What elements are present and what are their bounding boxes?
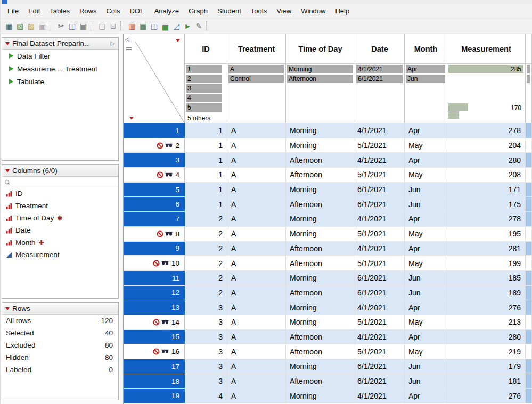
collapse-panels-icon[interactable]: ◁ bbox=[125, 36, 129, 42]
cell-measurement[interactable]: 208 bbox=[447, 168, 526, 182]
menu-student[interactable]: Student bbox=[212, 5, 246, 17]
column-header-treatment[interactable]: Treatment bbox=[227, 34, 286, 63]
menu-cols[interactable]: Cols bbox=[101, 5, 125, 17]
summary-icon[interactable]: ▥ bbox=[126, 20, 137, 32]
red-triangle-icon[interactable] bbox=[5, 169, 10, 172]
cell-measurement[interactable]: 213 bbox=[447, 315, 526, 329]
cell-time-of-day[interactable]: Morning bbox=[286, 359, 355, 374]
column-list-item-treatment[interactable]: Treatment bbox=[2, 200, 118, 212]
column-list-item-measurement[interactable]: Measurement bbox=[2, 249, 118, 261]
cell-date[interactable]: 5/1/2021 bbox=[355, 344, 405, 359]
filter-id-others[interactable]: 5 others bbox=[185, 113, 227, 122]
row-number-cell[interactable]: 12 bbox=[124, 286, 185, 300]
save-icon[interactable]: ▣ bbox=[37, 20, 48, 32]
new-data-table-icon[interactable]: ▦ bbox=[3, 20, 14, 32]
cell-date[interactable]: 4/1/2021 bbox=[355, 389, 405, 403]
cell-next-column[interactable] bbox=[526, 374, 532, 389]
rows-menu-button[interactable] bbox=[127, 114, 135, 121]
report-item[interactable]: Measureme.... Treatment bbox=[2, 62, 118, 75]
cell-id[interactable]: 2 bbox=[185, 256, 227, 270]
cell-time-of-day[interactable]: Afternoon bbox=[286, 256, 355, 270]
filter-value-bar[interactable]: Control bbox=[228, 75, 284, 83]
cell-treatment[interactable]: A bbox=[227, 300, 286, 315]
cell-date[interactable]: 6/1/2021 bbox=[355, 359, 405, 374]
column-header-date[interactable]: Date bbox=[355, 34, 405, 63]
row-number-cell[interactable]: 3 bbox=[124, 153, 185, 167]
cell-id[interactable]: 1 bbox=[185, 123, 227, 138]
cell-next-column[interactable] bbox=[526, 330, 532, 344]
row-number-cell[interactable]: 13 bbox=[124, 300, 185, 315]
row-number-cell[interactable]: 7 bbox=[124, 212, 185, 226]
cell-time-of-day[interactable]: Morning bbox=[286, 138, 355, 153]
row-number-cell[interactable]: 2 bbox=[124, 138, 185, 153]
cell-treatment[interactable]: A bbox=[227, 168, 286, 182]
cell-time-of-day[interactable]: Afternoon bbox=[286, 374, 355, 389]
cell-date[interactable]: 4/1/2021 bbox=[355, 300, 405, 315]
cell-date[interactable]: 4/1/2021 bbox=[355, 153, 405, 167]
cell-month[interactable]: Jun bbox=[405, 286, 447, 300]
expand-icon[interactable]: ▷ bbox=[111, 40, 115, 47]
cell-id[interactable]: 3 bbox=[185, 330, 227, 344]
cell-treatment[interactable]: A bbox=[227, 212, 286, 226]
cell-id[interactable]: 3 bbox=[185, 300, 227, 315]
cell-next-column[interactable] bbox=[526, 300, 532, 315]
cell-time-of-day[interactable]: Morning bbox=[286, 123, 355, 138]
cell-treatment[interactable]: A bbox=[227, 138, 286, 153]
cell-treatment[interactable]: A bbox=[227, 359, 286, 374]
cell-date[interactable]: 6/1/2021 bbox=[355, 374, 405, 389]
filter-value-bar[interactable] bbox=[527, 65, 530, 73]
table-menu-button[interactable] bbox=[174, 37, 182, 44]
cell-id[interactable]: 2 bbox=[185, 212, 227, 226]
cell-treatment[interactable]: A bbox=[227, 123, 286, 138]
cell-month[interactable]: Jun bbox=[405, 271, 447, 285]
cell-id[interactable]: 1 bbox=[185, 183, 227, 197]
cell-next-column[interactable] bbox=[526, 197, 532, 211]
column-list-item-date[interactable]: Date bbox=[2, 224, 118, 236]
cell-month[interactable]: Jun bbox=[405, 197, 447, 211]
cell-date[interactable]: 5/1/2021 bbox=[355, 315, 405, 329]
cell-time-of-day[interactable]: Afternoon bbox=[286, 153, 355, 167]
filter-value-bar[interactable]: Jun bbox=[406, 75, 445, 83]
cell-measurement[interactable]: 175 bbox=[447, 197, 526, 211]
cell-time-of-day[interactable]: Afternoon bbox=[286, 168, 355, 182]
cell-time-of-day[interactable]: Afternoon bbox=[286, 197, 355, 211]
menu-edit[interactable]: Edit bbox=[23, 5, 45, 17]
filter-value-bar[interactable]: 1 bbox=[186, 65, 222, 73]
cell-treatment[interactable]: A bbox=[227, 389, 286, 403]
cell-next-column[interactable] bbox=[526, 138, 532, 153]
menu-tables[interactable]: Tables bbox=[45, 5, 75, 17]
cell-treatment[interactable]: A bbox=[227, 227, 286, 241]
cell-treatment[interactable]: A bbox=[227, 256, 286, 270]
filter-value-bar[interactable]: Apr bbox=[406, 65, 445, 73]
cell-id[interactable]: 2 bbox=[185, 242, 227, 256]
column-header-measurement[interactable]: Measurement bbox=[447, 34, 526, 63]
cell-month[interactable]: May bbox=[405, 168, 447, 182]
cell-month[interactable]: Jun bbox=[405, 359, 447, 374]
menu-file[interactable]: File bbox=[3, 5, 23, 17]
layout-icon[interactable]: ▢ bbox=[96, 20, 108, 32]
new-journal-icon[interactable]: ▧ bbox=[14, 20, 26, 32]
cell-id[interactable]: 1 bbox=[185, 138, 227, 153]
cell-measurement[interactable]: 171 bbox=[447, 183, 526, 197]
column-header-month[interactable]: Month bbox=[405, 34, 447, 63]
disclosure-triangle-icon[interactable] bbox=[9, 66, 13, 71]
filter-value-bar[interactable]: Morning bbox=[287, 65, 353, 73]
cell-next-column[interactable] bbox=[526, 153, 532, 167]
menu-analyze[interactable]: Analyze bbox=[150, 5, 184, 17]
measurement-histogram-bar[interactable] bbox=[448, 103, 468, 111]
filter-value-bar[interactable]: 6/1/2021 bbox=[356, 75, 403, 83]
run-script-icon[interactable]: ► bbox=[182, 20, 193, 32]
cell-month[interactable]: Apr bbox=[405, 242, 447, 256]
column-headers-icon[interactable] bbox=[126, 47, 132, 48]
measurement-histogram-bar[interactable] bbox=[448, 111, 459, 119]
cell-date[interactable]: 4/1/2021 bbox=[355, 212, 405, 226]
cell-id[interactable]: 2 bbox=[185, 286, 227, 300]
menu-help[interactable]: Help bbox=[330, 5, 354, 17]
cell-time-of-day[interactable]: Morning bbox=[286, 300, 355, 315]
cell-month[interactable]: Jun bbox=[405, 374, 447, 389]
cell-date[interactable]: 6/1/2021 bbox=[355, 183, 405, 197]
column-list-item-id[interactable]: ID bbox=[2, 187, 118, 200]
filter-value-bar[interactable]: 4/1/2021 bbox=[356, 65, 403, 73]
cell-id[interactable]: 3 bbox=[185, 359, 227, 374]
cell-date[interactable]: 4/1/2021 bbox=[355, 242, 405, 256]
